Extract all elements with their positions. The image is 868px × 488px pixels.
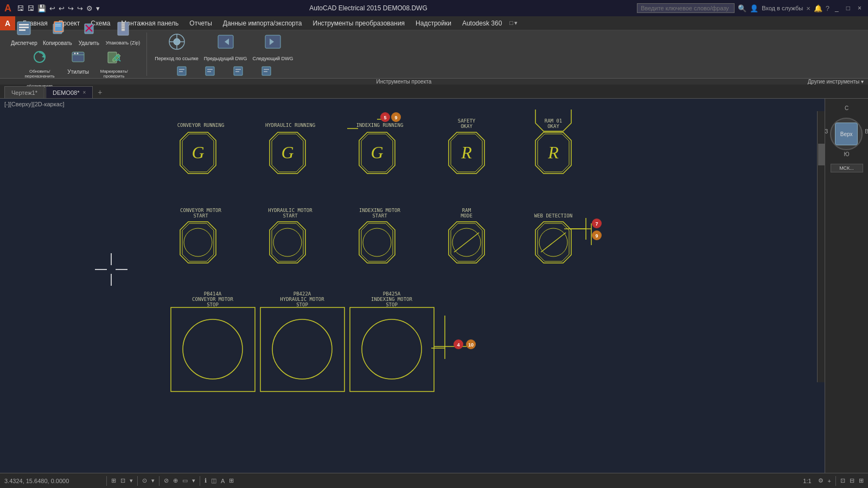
- zip-icon: [116, 21, 131, 39]
- indicator-hydraulic-running[interactable]: HYDRAULIC RUNNING G: [265, 123, 315, 174]
- snap-toggle[interactable]: ▾: [130, 477, 133, 484]
- indicator-pb422a-stop[interactable]: PB422A HYDRAULIC MOTOR STOP: [260, 291, 344, 391]
- nav-top-label: С: [845, 105, 848, 111]
- svg-text:OKAY: OKAY: [461, 124, 473, 129]
- svg-text:10: 10: [468, 342, 474, 348]
- tab-add-btn[interactable]: +: [94, 86, 106, 98]
- other-tools-btn[interactable]: Другие инструменты ▾: [808, 79, 864, 85]
- status-sep-4: [200, 476, 200, 486]
- selection-icon[interactable]: ◫: [211, 477, 216, 484]
- right-nav-panel: С З Верх В Ю МСК...: [825, 99, 868, 473]
- indicator-ram-mode[interactable]: RAM MODE: [449, 208, 484, 263]
- ribbon-delete[interactable]: Удалить: [75, 20, 103, 47]
- scroll-thumb[interactable]: [818, 144, 825, 165]
- svg-text:SAFETY: SAFETY: [458, 118, 476, 124]
- ribbon-footer: Инструменты проекта Другие инструменты ▾: [0, 78, 868, 85]
- right-panel-container: С З Верх В Ю МСК...: [825, 99, 868, 473]
- svg-text:INDEXING  MOTOR: INDEXING MOTOR: [359, 208, 400, 213]
- ribbon-zip[interactable]: Упаковать (Zip): [104, 20, 143, 47]
- nav-left-label: З: [825, 129, 828, 134]
- nav-right-label: В: [865, 129, 868, 134]
- tab-demo08[interactable]: DEMO08* ×: [46, 86, 93, 98]
- ribbon-prev-dwg[interactable]: Предыдущий DWG: [202, 31, 250, 62]
- close-btn[interactable]: ×: [856, 4, 864, 12]
- canvas-area[interactable]: [-][Сверху][2D-каркас] CONVEYOR RUNNING …: [0, 99, 825, 473]
- status-sep-3: [159, 476, 159, 486]
- indicator-indexing-motor-start[interactable]: INDEXING MOTOR START: [359, 208, 401, 263]
- search-input[interactable]: [637, 3, 735, 13]
- login-btn[interactable]: Вход в службы: [762, 5, 803, 11]
- tab-close-icon[interactable]: ×: [83, 89, 86, 95]
- svg-text:5: 5: [384, 115, 386, 120]
- menu-reports[interactable]: Отчеты: [184, 16, 217, 30]
- lineweight-icon[interactable]: ▭: [182, 477, 188, 484]
- dispatcher-icon: [16, 21, 31, 39]
- svg-rect-2: [19, 27, 29, 28]
- nav-cube[interactable]: Верх: [830, 118, 863, 150]
- layout-icon[interactable]: ⊟: [850, 477, 854, 484]
- svg-point-127: [362, 319, 422, 379]
- workspace-icon[interactable]: ⊞: [229, 477, 234, 484]
- toolbar-toggle[interactable]: ⊞: [859, 477, 864, 484]
- statusbar: 3.4324, 15.6480, 0.0000 ⊞ ⊡ ▾ ⊙ ▾ ⊘ ⊕ ▭ …: [0, 473, 868, 488]
- crosshair-cursor: [95, 253, 127, 286]
- svg-point-95: [363, 228, 391, 256]
- indicator-pb414a-stop[interactable]: PB414A CONVEYOR MOTOR STOP: [171, 291, 255, 391]
- indicator-web-detection[interactable]: WEB DETECTION: [534, 213, 572, 263]
- vertical-scrollbar[interactable]: [817, 111, 825, 382]
- ribbon-goto-link[interactable]: Переход по ссылке: [152, 31, 200, 62]
- svg-text:9: 9: [595, 233, 598, 239]
- viewport-label: [-][Сверху][2D-каркас]: [4, 101, 64, 107]
- svg-rect-42: [234, 67, 242, 75]
- svg-text:G: G: [371, 143, 383, 162]
- indicator-conveyor-motor-start[interactable]: CONVEYOR MOTOR START: [180, 208, 222, 263]
- ribbon-next-dwg[interactable]: Следующий DWG: [250, 31, 295, 62]
- menu-autodesk360[interactable]: Autodesk 360: [457, 16, 507, 30]
- zoom-in-icon[interactable]: +: [828, 478, 831, 484]
- osnap-icon[interactable]: ⊘: [164, 477, 169, 484]
- svg-text:7: 7: [595, 221, 598, 227]
- svg-marker-94: [361, 223, 393, 261]
- otrack-icon[interactable]: ⊕: [173, 477, 178, 484]
- svg-text:START: START: [283, 213, 298, 219]
- menu-import[interactable]: Данные импорта/экспорта: [218, 16, 308, 30]
- svg-text:STOP: STOP: [207, 302, 219, 307]
- polar-icon[interactable]: ⊙: [142, 477, 147, 484]
- svg-point-122: [272, 319, 332, 379]
- mck-button[interactable]: МСК...: [831, 164, 863, 172]
- indicator-hydraulic-motor-start[interactable]: HYDRAULIC MOTOR START: [268, 208, 312, 263]
- indicator-pb425a-stop[interactable]: PB425A INDEXING MOTOR STOP: [350, 291, 434, 391]
- tab-drawing1[interactable]: Чертеж1*: [4, 86, 44, 98]
- svg-rect-14: [122, 23, 125, 24]
- quick-props-icon[interactable]: ℹ: [205, 477, 207, 484]
- indicator-ram01-okay[interactable]: RAM 01 OKAY R: [535, 118, 571, 174]
- transparency-icon[interactable]: ▾: [192, 477, 195, 484]
- snap-icon[interactable]: ⊡: [120, 477, 125, 484]
- svg-text:INDEXING  MOTOR: INDEXING MOTOR: [371, 297, 412, 302]
- ribbon-extra1[interactable]: [168, 65, 195, 78]
- main-area: [-][Сверху][2D-каркас] CONVEYOR RUNNING …: [0, 99, 868, 473]
- menu-addins[interactable]: Надстройки: [410, 16, 457, 30]
- ribbon-extra3[interactable]: [225, 65, 252, 78]
- nav-bottom-label: Ю: [844, 151, 849, 157]
- restore-btn[interactable]: □: [844, 4, 852, 12]
- polar-toggle[interactable]: ▾: [151, 477, 155, 484]
- status-sep-1: [106, 476, 107, 486]
- model-icon[interactable]: ⊡: [840, 477, 845, 484]
- indicator-safety-okay[interactable]: SAFETY OKAY R: [449, 118, 484, 174]
- annotate-icon[interactable]: Α: [221, 478, 225, 484]
- indicator-indexing-running[interactable]: INDEXING RUNNING G: [356, 123, 404, 174]
- minimize-btn[interactable]: _: [833, 4, 841, 12]
- grid-icon[interactable]: ⊞: [111, 477, 116, 484]
- ribbon-extra4[interactable]: [253, 65, 280, 78]
- window-title: AutoCAD Electrical 2015 DEMO08.DWG: [100, 4, 637, 12]
- indicator-conveyor-running[interactable]: CONVEYOR RUNNING G: [177, 123, 225, 174]
- ribbon-dispatcher[interactable]: Диспетчер: [9, 20, 40, 47]
- scale-icon[interactable]: ⚙: [818, 477, 824, 484]
- update-icon: [32, 49, 47, 68]
- svg-marker-93: [359, 222, 395, 263]
- svg-point-90: [273, 228, 302, 256]
- ribbon-extra2[interactable]: [196, 65, 224, 78]
- ribbon-copy[interactable]: Копировать: [41, 20, 74, 47]
- menu-tools[interactable]: Инструменты преобразования: [308, 16, 411, 30]
